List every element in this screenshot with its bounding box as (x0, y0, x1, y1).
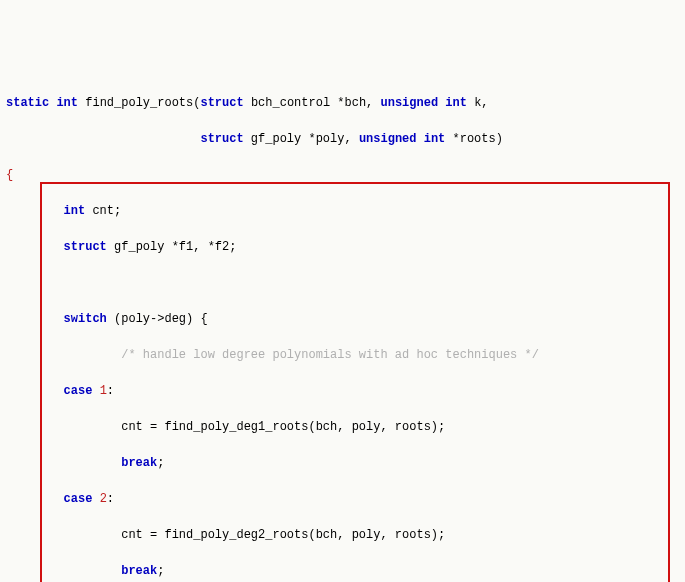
case2-break: break; (6, 562, 679, 580)
kw-unsigned: unsigned (359, 132, 417, 146)
comment: /* handle low degree polynomials with ad… (121, 348, 539, 362)
num-2: 2 (100, 492, 107, 506)
kw-break: break (121, 456, 157, 470)
decl-gfpoly: struct gf_poly *f1, *f2; (6, 238, 679, 256)
param2: k, (474, 96, 488, 110)
brace-open: { (6, 166, 679, 184)
kw-struct: struct (200, 96, 243, 110)
kw-static: static (6, 96, 49, 110)
kw-struct: struct (200, 132, 243, 146)
kw-switch: switch (64, 312, 107, 326)
param1: bch_control *bch, (251, 96, 373, 110)
case1-break: break; (6, 454, 679, 472)
num-1: 1 (100, 384, 107, 398)
comment-low-degree: /* handle low degree polynomials with ad… (6, 346, 679, 364)
kw-int: int (424, 132, 446, 146)
switch-expr: (poly->deg) { (114, 312, 208, 326)
param4: *roots) (453, 132, 503, 146)
assign: cnt = find_poly_deg1_roots(bch, poly, ro… (121, 420, 445, 434)
var-cnt: cnt; (92, 204, 121, 218)
kw-int: int (445, 96, 467, 110)
var-f1f2: gf_poly *f1, *f2; (114, 240, 236, 254)
kw-break: break (121, 564, 157, 578)
kw-int: int (64, 204, 86, 218)
kw-struct: struct (64, 240, 107, 254)
assign: cnt = find_poly_deg2_roots(bch, poly, ro… (121, 528, 445, 542)
case2-body: cnt = find_poly_deg2_roots(bch, poly, ro… (6, 526, 679, 544)
case1-body: cnt = find_poly_deg1_roots(bch, poly, ro… (6, 418, 679, 436)
kw-unsigned: unsigned (381, 96, 439, 110)
fn-sig-line2: struct gf_poly *poly, unsigned int *root… (6, 130, 679, 148)
code-block: static int find_poly_roots(struct bch_co… (6, 76, 679, 582)
case1: case 1: (6, 382, 679, 400)
kw-case: case (64, 492, 93, 506)
switch-line: switch (poly->deg) { (6, 310, 679, 328)
fn-name: find_poly_roots (85, 96, 193, 110)
param3: gf_poly *poly, (251, 132, 352, 146)
decl-cnt: int cnt; (6, 202, 679, 220)
case2: case 2: (6, 490, 679, 508)
kw-int: int (56, 96, 78, 110)
blank (6, 274, 679, 292)
kw-case: case (64, 384, 93, 398)
fn-sig-line1: static int find_poly_roots(struct bch_co… (6, 94, 679, 112)
